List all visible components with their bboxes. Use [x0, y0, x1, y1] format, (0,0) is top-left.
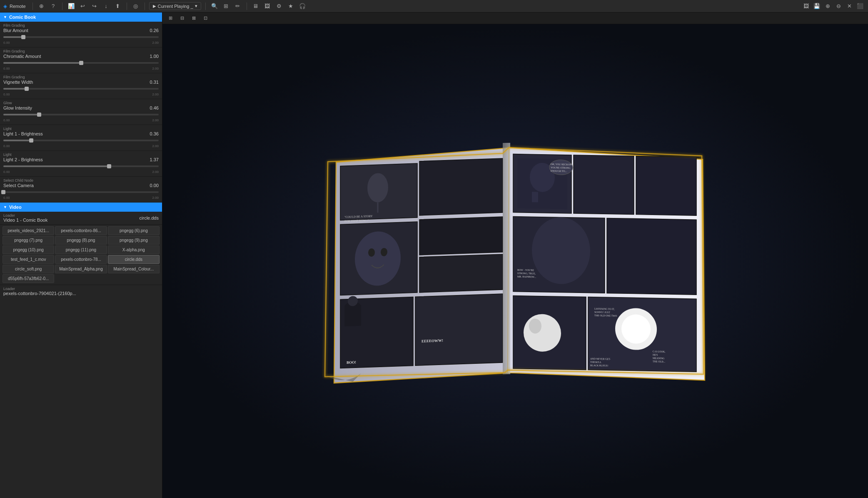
light2-max: 2.00	[152, 170, 159, 174]
svg-rect-51	[503, 143, 510, 374]
glow-max: 2.00	[152, 118, 159, 122]
viewport-btn-2[interactable]: ⊟	[177, 14, 187, 23]
file-item-14[interactable]: MainSpread_Colour...	[108, 265, 160, 273]
blur-amount-label: Blur Amount	[3, 28, 28, 33]
svg-text:EEEEOWW!: EEEEOWW!	[422, 338, 443, 343]
light2-label: Light 2 - Brightness	[3, 157, 43, 162]
toolbar-btn-r1[interactable]: ⊕	[823, 2, 832, 11]
toolbar-btn-up[interactable]: ⬆	[113, 2, 122, 11]
toolbar-btn-zoom-in[interactable]: 🔍	[210, 2, 219, 11]
file-item-1[interactable]: pexels-cottonbro-86...	[55, 226, 107, 235]
chromatic-max: 2.00	[152, 67, 159, 70]
toolbar-sep-1	[32, 3, 33, 10]
current-playing-label: Current Playing _	[158, 4, 193, 9]
file-item-5[interactable]: pngegg (9).png	[108, 236, 160, 245]
glow-value: 0.46	[144, 105, 159, 110]
toolbar-sep-5	[205, 3, 206, 10]
toolbar-btn-target[interactable]: ⊕	[37, 2, 46, 11]
svg-rect-21	[636, 156, 696, 215]
video-arrow: ▼	[3, 205, 7, 209]
loader-bottom-text: pexels-cottonbro-7904021-(2160p...	[3, 291, 159, 296]
light2-slider[interactable]	[3, 163, 159, 169]
toolbar-btn-circle[interactable]: ◎	[131, 2, 140, 11]
current-playing-chevron: ▾	[195, 3, 197, 9]
svg-rect-6	[415, 293, 503, 365]
toolbar-btn-save[interactable]: 💾	[812, 2, 821, 11]
param-blur-amount: Film Grading Blur Amount 0.26 0.00 2.00	[0, 22, 162, 48]
svg-text:BOW - YOU'RE: BOW - YOU'RE	[517, 268, 534, 271]
light1-slider[interactable]	[3, 138, 159, 143]
toolbar-btn-down[interactable]: ↓	[102, 2, 111, 11]
loader-info-left: Loader Video 1 - Comic Book	[3, 213, 47, 223]
toolbar-btn-question[interactable]: ?	[49, 2, 58, 11]
toolbar-btn-r3[interactable]: ✕	[845, 2, 854, 11]
toolbar-btn-r2[interactable]: ⊖	[834, 2, 843, 11]
loader-bottom-label: Loader	[3, 287, 159, 291]
toolbar-btn-chart[interactable]: 📊	[67, 2, 76, 11]
file-item-3[interactable]: pngegg (7).png	[2, 236, 54, 245]
file-item-12[interactable]: circle_soft.png	[2, 265, 54, 273]
toolbar-btn-headphone[interactable]: 🎧	[298, 2, 307, 11]
svg-text:C-O-LOOK,: C-O-LOOK,	[653, 350, 666, 353]
glow-slider[interactable]	[3, 112, 159, 118]
file-item-6[interactable]: pngegg (10).png	[2, 245, 54, 254]
file-item-4[interactable]: pngegg (8).png	[55, 236, 107, 245]
file-item-9[interactable]: test_feed_1_c.mov	[2, 255, 54, 264]
chromatic-slider[interactable]	[3, 60, 159, 66]
file-item-11[interactable]: circle.dds	[108, 255, 160, 264]
light2-category: Light	[3, 153, 159, 157]
loader-bottom: Loader pexels-cottonbro-7904021-(2160p..…	[0, 285, 162, 298]
chromatic-min: 0.00	[3, 67, 10, 70]
comic-book-title: Comic Book	[9, 15, 36, 20]
viewport-btn-4[interactable]: ⊡	[201, 14, 210, 23]
select-camera-label: Select Camera	[3, 183, 34, 188]
light1-label: Light 1 - Brightness	[3, 131, 43, 136]
svg-text:OH, YOU RECKON: OH, YOU RECKON	[551, 163, 572, 166]
file-item-8[interactable]: X-alpha.png	[108, 245, 160, 254]
chromatic-value: 1.00	[144, 54, 159, 59]
vignette-label: Vignette Width	[3, 80, 33, 85]
comic-book-section-header[interactable]: ▼ Comic Book	[0, 13, 162, 22]
svg-rect-4	[419, 254, 503, 292]
toolbar-btn-draw[interactable]: ✏	[233, 2, 242, 11]
video-section-header[interactable]: ▼ Video	[0, 203, 162, 212]
toolbar-btn-redo[interactable]: ↪	[90, 2, 99, 11]
light2-value: 1.37	[144, 157, 159, 162]
file-grid: pexels_videos_2921... pexels-cottonbro-8…	[0, 225, 162, 285]
file-item-0[interactable]: pexels_videos_2921...	[2, 226, 54, 235]
viewport-btn-3[interactable]: ⊠	[189, 14, 198, 23]
toolbar-btn-monitor[interactable]: 🖥	[251, 2, 260, 11]
file-item-13[interactable]: MainSpread_Alpha.png	[55, 265, 107, 273]
app-title: Remote	[10, 4, 26, 9]
toolbar-btn-photo[interactable]: 🖼	[263, 2, 272, 11]
file-item-7[interactable]: pngegg (11).png	[55, 245, 107, 254]
toolbar-right-section: 🖼 💾 ⊕ ⊖ ✕ ⬛	[801, 2, 865, 11]
select-camera-slider[interactable]	[3, 189, 159, 195]
toolbar-btn-image[interactable]: 🖼	[801, 2, 811, 11]
vignette-category: Film Grading	[3, 75, 159, 79]
viewport: ⊞ ⊟ ⊠ ⊡	[162, 13, 868, 498]
toolbar-btn-undo[interactable]: ↩	[78, 2, 87, 11]
toolbar-sep-2	[62, 3, 62, 10]
blur-amount-slider[interactable]	[3, 34, 159, 40]
svg-text:ENOUGH TO...: ENOUGH TO...	[551, 170, 567, 173]
light1-value: 0.36	[144, 131, 159, 136]
viewport-btn-1[interactable]: ⊞	[166, 14, 175, 23]
loader-label: Loader	[3, 213, 47, 218]
vignette-slider[interactable]	[3, 86, 159, 92]
file-item-15[interactable]: d55p6fh-57a3fb62-0...	[2, 274, 54, 283]
file-item-2[interactable]: pngegg (6).png	[108, 226, 160, 235]
svg-text:AND NEVER GET-: AND NEVER GET-	[590, 357, 611, 360]
svg-text:YOU'RE STRONG: YOU'RE STRONG	[551, 166, 571, 169]
svg-rect-3	[419, 216, 503, 255]
toolbar-btn-settings[interactable]: ⚙	[274, 2, 284, 11]
toolbar-btn-grid[interactable]: ⊞	[222, 2, 231, 11]
file-item-10[interactable]: pexels-cottonbro-78...	[55, 255, 107, 264]
toolbar-btn-star[interactable]: ★	[286, 2, 295, 11]
current-playing-button[interactable]: ▶ Current Playing _ ▾	[149, 2, 201, 10]
toolbar-btn-r4[interactable]: ⬛	[856, 2, 865, 11]
svg-text:MEANING: MEANING	[653, 357, 665, 360]
light1-category: Light	[3, 127, 159, 131]
app-icon: ◈	[3, 3, 7, 9]
select-camera-max: 2.00	[152, 196, 159, 200]
